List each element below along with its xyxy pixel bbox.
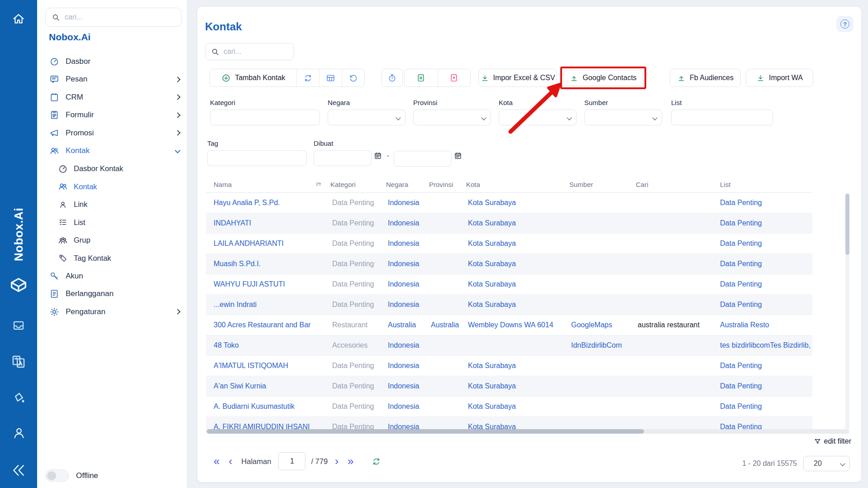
sidebar-item-akun[interactable]: Akun	[37, 267, 187, 285]
cell-negara[interactable]: Indonesia	[386, 341, 429, 349]
cell-list[interactable]: Data Penting	[717, 382, 812, 390]
filter-input-tag[interactable]	[207, 150, 307, 166]
column-header-kategori[interactable]: Kategori	[330, 177, 386, 192]
sidebar-item-pesan[interactable]: Pesan	[37, 71, 187, 89]
stopwatch-button[interactable]	[382, 69, 403, 87]
filter-input-list[interactable]	[671, 110, 773, 125]
cell-nama[interactable]: A. FIKRI AMIRUDDIN IHSANI	[206, 423, 330, 430]
sidebar-search-input[interactable]	[65, 13, 175, 21]
collapse-sidebar-icon[interactable]	[11, 463, 26, 478]
page-number-input[interactable]	[278, 452, 305, 470]
cell-negara[interactable]: Indonesia	[386, 382, 429, 390]
sidebar-item-pengaturan[interactable]: Pengaturan	[37, 303, 187, 321]
refresh-button[interactable]	[296, 69, 319, 86]
prev-page-button[interactable]: ‹	[226, 456, 235, 467]
sidebar-item-berlangganan[interactable]: Berlangganan	[37, 285, 187, 303]
cell-kota[interactable]: Kota Surabaya	[466, 301, 569, 309]
cell-negara[interactable]: Indonesia	[386, 423, 429, 430]
cell-nama[interactable]: LAILA ANDHARIANTI	[206, 239, 330, 248]
sidebar-subitem-kontak[interactable]: Kontak	[37, 178, 187, 196]
cell-nama[interactable]: Hayu Analia P, S.Pd.	[206, 199, 330, 207]
import-wa-button[interactable]: Import WA	[746, 69, 813, 87]
cell-negara[interactable]: Australia	[386, 321, 429, 329]
first-page-button[interactable]: «	[211, 456, 222, 467]
column-header-list[interactable]: List	[717, 177, 812, 192]
undo-button[interactable]	[342, 69, 364, 86]
cell-kota[interactable]: Kota Surabaya	[466, 219, 569, 227]
column-header-negara[interactable]: Negara	[386, 177, 429, 192]
last-page-button[interactable]: »	[345, 456, 356, 467]
cell-kota[interactable]: Kota Surabaya	[466, 402, 569, 411]
cell-negara[interactable]: Indonesia	[386, 239, 429, 248]
reload-table-button[interactable]	[372, 457, 381, 466]
cell-kota[interactable]: Kota Surabaya	[466, 260, 569, 268]
calendar-icon[interactable]	[454, 152, 462, 160]
cell-nama[interactable]: WAHYU FUJI ASTUTI	[206, 280, 330, 288]
cell-nama[interactable]: INDAHYATI	[206, 219, 330, 227]
inbox-icon[interactable]	[12, 319, 25, 332]
cell-sumber[interactable]: GoogleMaps	[569, 321, 636, 329]
edit-filter-button[interactable]: edit filter	[814, 437, 851, 445]
cell-list[interactable]: Australia Resto	[717, 321, 812, 329]
sidebar-item-kontak[interactable]: Kontak	[37, 142, 187, 160]
user-icon[interactable]	[12, 426, 26, 440]
sidebar-item-dasbor[interactable]: Dasbor	[37, 53, 187, 71]
table-row[interactable]: ...ewin IndratiData PentingIndonesiaKota…	[206, 295, 812, 315]
cell-list[interactable]: Data Penting	[717, 402, 812, 411]
cell-nama[interactable]: Muasih S.Pd.I.	[206, 260, 330, 268]
cell-kota[interactable]: Kota Surabaya	[466, 280, 569, 288]
cell-negara[interactable]: Indonesia	[386, 199, 429, 207]
search-input[interactable]	[224, 48, 288, 56]
sort-icon[interactable]	[315, 181, 322, 188]
table-view-button[interactable]	[319, 69, 342, 86]
cell-nama[interactable]: 300 Acres Restaurant and Bar	[206, 321, 330, 329]
table-row[interactable]: WAHYU FUJI ASTUTIData PentingIndonesiaKo…	[206, 274, 812, 295]
fb-audiences-button[interactable]: Fb Audiences	[670, 69, 741, 87]
cell-negara[interactable]: Indonesia	[386, 260, 429, 268]
cell-provinsi[interactable]: Australia	[429, 321, 466, 329]
sidebar-item-crm[interactable]: CRM	[37, 88, 187, 106]
cell-kota[interactable]: Kota Surabaya	[466, 423, 569, 430]
filter-input-created-from[interactable]	[314, 150, 372, 166]
filter-select-provinsi[interactable]	[413, 110, 491, 125]
home-icon[interactable]	[11, 12, 26, 26]
cell-list[interactable]: Data Penting	[717, 260, 812, 268]
cell-list[interactable]: tes bizdirlibcomTes Bizdirlib, Tes B	[717, 341, 812, 349]
sidebar-subitem-tag-kontak[interactable]: Tag Kontak	[37, 249, 187, 268]
cell-kota[interactable]: Kota Surabaya	[466, 199, 569, 207]
cell-negara[interactable]: Indonesia	[386, 219, 429, 227]
filter-input-created-to[interactable]	[394, 151, 452, 167]
offline-toggle[interactable]	[45, 469, 69, 482]
vertical-scrollbar[interactable]	[845, 193, 849, 430]
cell-nama[interactable]: A'IMATUL ISTIQOMAH	[206, 362, 330, 370]
export-pdf-button[interactable]	[438, 69, 471, 86]
add-contact-button[interactable]: Tambah Kontak	[210, 69, 296, 86]
google-contacts-button[interactable]: Google Contacts	[563, 70, 643, 86]
cell-list[interactable]: Data Penting	[717, 239, 812, 248]
translate-icon[interactable]	[11, 354, 26, 369]
help-button[interactable]: ?	[836, 16, 854, 32]
column-header-nama[interactable]: Nama	[206, 177, 330, 192]
paint-bucket-icon[interactable]	[11, 390, 27, 406]
sidebar-subitem-link[interactable]: Link	[37, 196, 187, 214]
cell-list[interactable]: Data Penting	[717, 199, 812, 207]
cell-nama[interactable]: A. Budiarni Kusumastutik	[206, 402, 330, 411]
cube-logo-icon[interactable]	[8, 274, 29, 295]
sidebar-subitem-grup[interactable]: Grup	[37, 231, 187, 249]
table-row[interactable]: A. Budiarni KusumastutikData PentingIndo…	[206, 397, 812, 417]
column-header-provinsi[interactable]: Provinsi	[429, 177, 466, 192]
cell-list[interactable]: Data Penting	[717, 301, 812, 309]
import-excel-csv-button[interactable]: Impor Excel & CSV	[478, 69, 557, 87]
cell-negara[interactable]: Indonesia	[386, 280, 429, 288]
table-row[interactable]: A'an Siwi KurniaData PentingIndonesiaKot…	[206, 376, 812, 397]
cell-sumber[interactable]: IdnBizdirlibCom	[569, 341, 636, 349]
horizontal-scrollbar[interactable]	[206, 429, 849, 434]
cell-kota[interactable]: Kota Surabaya	[466, 239, 569, 248]
export-excel-button[interactable]	[405, 69, 438, 86]
table-row[interactable]: Muasih S.Pd.I.Data PentingIndonesiaKota …	[206, 254, 812, 274]
cell-kota[interactable]: Kota Surabaya	[466, 382, 569, 390]
table-row[interactable]: 48 TokoAccesoriesIndonesiaIdnBizdirlibCo…	[206, 335, 812, 356]
column-header-cari[interactable]: Cari	[636, 177, 717, 192]
table-row[interactable]: LAILA ANDHARIANTIData PentingIndonesiaKo…	[206, 234, 812, 254]
column-header-kota[interactable]: Kota	[466, 177, 569, 192]
